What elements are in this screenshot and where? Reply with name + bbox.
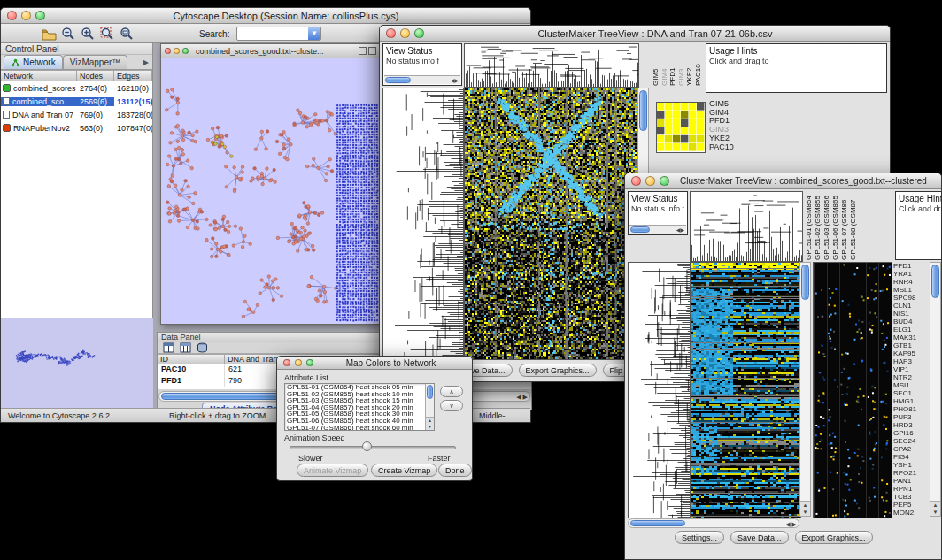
animation-speed-slider[interactable]	[290, 446, 456, 449]
column-label[interactable]: GIM5	[652, 43, 660, 86]
view-status-hscrollbar[interactable]: ◀▶	[384, 75, 460, 84]
gene-label[interactable]: MSL1	[893, 286, 929, 294]
attribute-list[interactable]: GPL51-01 (GSM854) heat shock 05 minGPL51…	[284, 383, 435, 431]
column-label[interactable]: PFD1	[668, 43, 676, 86]
zoom-in-icon[interactable]	[79, 26, 97, 42]
scrollbar-thumb[interactable]	[801, 265, 809, 300]
scrollbar-arrows[interactable]: ▲▼	[800, 501, 810, 516]
column-label[interactable]: GPL51-07 (GSM86	[840, 191, 848, 260]
attribute-list-item[interactable]: GPL51-07 (GSM866) heat shock 60 min	[285, 425, 434, 431]
slider-knob[interactable]	[362, 441, 372, 451]
heatmap-vscrollbar[interactable]: ▲▼	[799, 262, 811, 517]
zoom-button[interactable]	[182, 48, 189, 54]
import-table-icon[interactable]	[196, 342, 209, 353]
network-overview-canvas[interactable]	[1, 318, 151, 409]
gene-label[interactable]: HAP3	[893, 357, 929, 365]
close-button[interactable]	[283, 359, 290, 366]
search-combobox[interactable]: ▼	[236, 27, 321, 41]
close-button[interactable]	[631, 176, 641, 186]
network-window-titlebar[interactable]: combined_scores_good.txt--cluste...	[161, 44, 379, 58]
function-builder-icon[interactable]	[179, 342, 192, 353]
column-label[interactable]: PAC10	[694, 43, 702, 86]
network-list-row[interactable]: combined_scores2764(0)16218(0)	[1, 81, 152, 95]
export-graphics-button[interactable]: Export Graphics...	[519, 364, 597, 377]
treeview-combined-titlebar[interactable]: ClusterMaker TreeView : combined_scores_…	[625, 173, 941, 189]
network-list-row[interactable]: combined_sco2569(6)13112(15)	[1, 95, 152, 108]
tab-network[interactable]: Network	[4, 55, 63, 69]
scrollbar-arrows[interactable]: ◀▶	[451, 76, 459, 85]
scrollbar-thumb[interactable]	[427, 385, 433, 399]
column-dendrogram-canvas[interactable]	[690, 191, 803, 262]
expression-heatmap-canvas[interactable]	[813, 262, 892, 518]
maximize-icon[interactable]	[368, 47, 376, 55]
dialog-titlebar[interactable]: Map Colors to Network	[277, 357, 472, 370]
gene-label[interactable]: MSI1	[893, 381, 929, 389]
gene-label[interactable]: NIS1	[893, 310, 929, 318]
scrollbar-arrows[interactable]: ◀▶	[676, 226, 684, 234]
attribute-table-icon[interactable]	[162, 342, 175, 353]
move-up-button[interactable]: ∧	[440, 386, 463, 397]
zoom-button[interactable]	[660, 176, 669, 186]
gene-label[interactable]: SPC98	[893, 294, 929, 302]
gene-label[interactable]: NTR2	[893, 373, 929, 381]
gene-label[interactable]: SEC1	[893, 389, 929, 397]
gene-label[interactable]: GTB1	[893, 341, 929, 349]
gene-label[interactable]: RPO21	[893, 469, 929, 477]
view-status-hscrollbar[interactable]: ◀▶	[629, 225, 686, 234]
move-down-button[interactable]: ∨	[440, 400, 463, 411]
animate-vizmap-button[interactable]: Animate Vizmap	[297, 464, 368, 477]
gene-label[interactable]: MON2	[893, 509, 929, 517]
open-folder-icon[interactable]	[40, 26, 58, 42]
gene-label[interactable]: PFD1	[893, 262, 929, 270]
gene-label[interactable]: GPI16	[893, 429, 929, 437]
done-button[interactable]: Done	[438, 464, 472, 477]
gene-label[interactable]: TCB3	[893, 493, 929, 501]
minimize-button[interactable]	[645, 176, 655, 186]
gene-label[interactable]: BUD4	[893, 318, 929, 326]
column-label[interactable]: GPL51-08 (GSM87	[849, 191, 857, 260]
save-data-button[interactable]: Save Data...	[730, 531, 789, 544]
gene-label[interactable]: CLN1	[893, 302, 929, 310]
scrollbar-thumb[interactable]	[639, 90, 647, 131]
gene-label[interactable]: RPN1	[893, 485, 929, 493]
heatmap-hscrollbar[interactable]: ◀ ▶	[628, 518, 799, 528]
zoom-out-icon[interactable]	[59, 26, 77, 42]
network-overview[interactable]	[1, 318, 153, 410]
column-label[interactable]: GIM3	[677, 43, 685, 86]
create-vizmap-button[interactable]: Create Vizmap	[371, 464, 437, 477]
gene-label[interactable]: YSH1	[893, 461, 929, 469]
gene-label[interactable]: PUF3	[893, 413, 929, 421]
gene-label[interactable]: KAP95	[893, 349, 929, 357]
column-header-edges[interactable]: Edges	[114, 70, 152, 81]
minimize-button[interactable]	[295, 359, 302, 366]
zoom-fit-icon[interactable]	[118, 26, 135, 42]
minimize-button[interactable]	[400, 28, 410, 38]
column-header-network[interactable]: Network	[1, 70, 77, 81]
restore-icon[interactable]	[359, 47, 367, 55]
scrollbar-arrows[interactable]: ▲▼	[930, 501, 940, 516]
close-button[interactable]	[165, 48, 171, 54]
scrollbar-thumb[interactable]	[931, 265, 939, 298]
network-canvas[interactable]	[161, 58, 379, 324]
scrollbar-thumb[interactable]	[385, 77, 411, 83]
gene-label[interactable]: YRA1	[893, 270, 929, 278]
column-header-nodes[interactable]: Nodes	[77, 70, 114, 81]
minimize-button[interactable]	[174, 48, 180, 54]
column-label[interactable]: YKE2	[685, 43, 693, 86]
column-label[interactable]: GPL51-02 (GSM855	[814, 191, 822, 260]
column-label[interactable]: GIM4	[660, 43, 668, 86]
zoom-button[interactable]	[35, 11, 45, 20]
column-label[interactable]: GPL51-01 (GSM854	[805, 191, 813, 260]
heatmap-canvas[interactable]	[464, 88, 639, 360]
list-vscrollbar[interactable]: ▲▼	[425, 384, 434, 430]
column-label[interactable]: GPL51-03 (GSM856	[822, 191, 830, 260]
gene-label[interactable]: PAC10	[709, 143, 753, 152]
column-label[interactable]: GPL51-06 (GSM865	[831, 191, 839, 260]
gene-label[interactable]: RNR4	[893, 278, 929, 286]
gene-label[interactable]: FIG4	[893, 453, 929, 461]
gene-label[interactable]: CPA2	[893, 445, 929, 453]
tab-vizmapper[interactable]: VizMapper™	[63, 55, 128, 69]
network-list-row[interactable]: DNA and Tran 07769(0)183728(0)	[1, 108, 152, 121]
column-dendrogram-canvas[interactable]	[464, 43, 639, 88]
scrollbar-thumb[interactable]	[630, 520, 685, 526]
